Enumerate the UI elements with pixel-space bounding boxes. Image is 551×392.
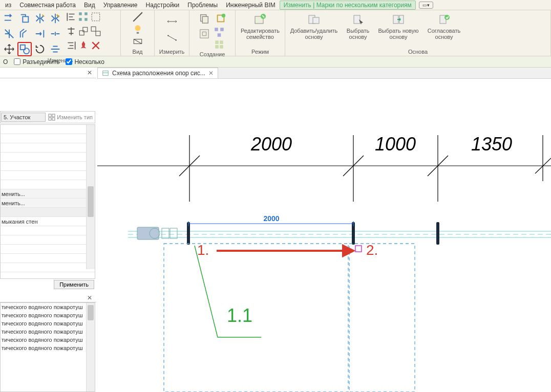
grid-dim-2: 1000 [375, 134, 416, 155]
menu-item[interactable]: Совместная работа [15, 1, 80, 10]
ungroup-icon[interactable] [90, 26, 101, 37]
mirror-draw-icon[interactable] [48, 11, 62, 26]
properties-panel-header: ✕ [0, 68, 96, 78]
browser-item[interactable]: тического водяного пожаротуш [1, 311, 95, 319]
dim-label: 2000 [263, 214, 279, 223]
copy-icon[interactable] [17, 11, 32, 26]
close-icon[interactable]: ✕ [208, 70, 214, 77]
close-icon[interactable]: ✕ [85, 294, 94, 301]
menu-item[interactable]: Инженерный BIM [222, 1, 280, 10]
add-remove-host-button[interactable]: Добавить/удалить основу [287, 11, 341, 40]
property-row[interactable]: менить... [1, 199, 95, 208]
pick-new-host-button[interactable]: Выбрать новую основу [375, 11, 421, 40]
property-row[interactable]: мыкания стен [1, 217, 95, 226]
menu-item[interactable]: Вид [80, 1, 99, 10]
type-selector: 5. Участок Изменить тип [0, 111, 95, 123]
menu-item[interactable]: Надстройки [141, 1, 183, 10]
svg-rect-9 [91, 27, 96, 31]
align-left-icon[interactable] [66, 11, 77, 23]
svg-point-11 [135, 25, 140, 31]
assembly-icon[interactable] [214, 27, 225, 38]
group-icon[interactable] [90, 11, 101, 23]
browser-item[interactable]: тического водяного пожаротуш [1, 319, 95, 328]
load-family-icon[interactable] [214, 11, 228, 26]
svg-rect-21 [220, 28, 224, 31]
svg-rect-16 [202, 16, 208, 23]
align-right-icon[interactable] [66, 40, 77, 51]
create-group-icon[interactable] [197, 27, 211, 41]
scale-icon[interactable] [78, 26, 89, 37]
svg-point-13 [167, 35, 168, 36]
rotate-icon[interactable] [33, 42, 47, 56]
array-icon[interactable] [78, 11, 89, 23]
drawing-canvas[interactable]: 2000 1000 1350 2000 [97, 79, 551, 392]
option-disjoin[interactable]: Разъединить [14, 58, 59, 66]
svg-rect-52 [170, 228, 177, 238]
align-icon[interactable] [48, 42, 62, 56]
svg-rect-32 [49, 114, 51, 117]
scrollbar[interactable] [86, 303, 95, 391]
browser-item[interactable]: тического водяного пожаротуш [1, 344, 95, 352]
browser-item[interactable]: тического водяного пожаротуш [1, 303, 95, 311]
arrow-icon [217, 246, 353, 256]
pick-host-button[interactable]: Выбрать основу [343, 11, 373, 40]
pin-icon[interactable] [78, 40, 89, 51]
menu-item[interactable]: Управление [99, 1, 142, 10]
close-icon[interactable]: ✕ [85, 69, 94, 76]
menu-item[interactable]: из [1, 1, 15, 10]
disjoin-checkbox[interactable] [14, 58, 20, 65]
bulb-icon[interactable] [132, 24, 143, 35]
svg-rect-26 [313, 17, 319, 24]
menu-item[interactable]: Проблемы [183, 1, 222, 10]
move4-icon[interactable] [2, 42, 16, 56]
browser-item[interactable]: тического водяного пожаротуш [1, 328, 95, 336]
ribbon-group-label: Измерить [157, 48, 187, 56]
align-center-icon[interactable] [66, 26, 77, 37]
create-similar-icon[interactable] [197, 11, 211, 26]
trim-icon[interactable] [2, 27, 16, 41]
extend-icon[interactable] [33, 27, 47, 41]
mirror-pick-icon[interactable] [33, 11, 47, 26]
menu-item-active[interactable]: Изменить | Марки по нескольким категория… [280, 1, 416, 10]
svg-rect-55 [436, 222, 439, 245]
browser-item[interactable]: тического водяного пожаротуш [1, 336, 95, 344]
apply-button[interactable]: Применить [54, 280, 94, 289]
svg-point-19 [221, 14, 225, 17]
hide-icon[interactable] [132, 36, 143, 47]
edit-family-button[interactable]: Редактировать семейство [238, 11, 283, 40]
browser-list[interactable]: тического водяного пожаротуштического во… [0, 302, 95, 392]
measure-icon[interactable] [160, 13, 184, 30]
view-icon [102, 70, 109, 77]
parts-icon[interactable] [214, 39, 225, 50]
menu-bar: из Совместная работа Вид Управление Надс… [0, 0, 551, 10]
properties-grid[interactable]: ☰▴ менить...менить...мыкания стен [0, 124, 95, 279]
document-tabs: Схема расположения опор сис... ✕ [97, 68, 551, 79]
split-icon[interactable] [48, 27, 62, 41]
edit-type-button[interactable]: Изменить тип [46, 114, 95, 121]
grid-dim-3: 1350 [471, 134, 512, 155]
delete-icon[interactable] [90, 40, 101, 51]
scrollbar[interactable] [86, 125, 95, 269]
multiple-checkbox[interactable] [66, 58, 72, 65]
document-tab[interactable]: Схема расположения опор сис... ✕ [97, 68, 218, 78]
ribbon: Изменить Вид Измерить [0, 10, 551, 56]
svg-point-1 [24, 48, 29, 54]
type-combo[interactable]: 5. Участок [1, 113, 46, 122]
svg-rect-6 [79, 31, 84, 35]
grid-dim-1: 2000 [250, 134, 292, 155]
property-row[interactable] [1, 226, 95, 235]
option-multiple[interactable]: Несколько [66, 58, 104, 66]
svg-marker-62 [343, 246, 353, 256]
rotate-copy-icon[interactable] [17, 42, 32, 56]
move-icon[interactable] [2, 11, 16, 26]
svg-rect-7 [83, 27, 88, 32]
svg-rect-5 [84, 18, 88, 21]
linework-icon[interactable] [132, 11, 143, 23]
options-bar: О Разъединить Несколько [0, 56, 551, 68]
ribbon-group-label: Вид [123, 48, 152, 56]
dimension-icon[interactable] [160, 30, 184, 46]
property-row[interactable]: менить... [1, 189, 95, 199]
ribbon-state-icon[interactable]: ▭▾ [419, 2, 433, 9]
offset-icon[interactable] [17, 27, 32, 41]
reconcile-host-button[interactable]: Согласовать основу [423, 11, 464, 40]
